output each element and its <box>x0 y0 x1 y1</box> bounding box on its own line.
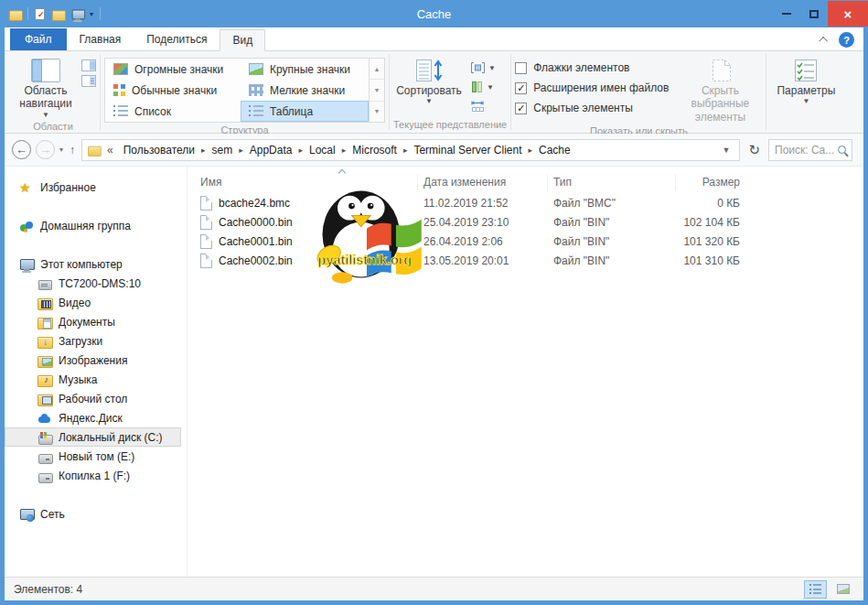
breadcrumb-segment[interactable]: Microsoft <box>346 144 403 157</box>
md-view-icon <box>113 84 125 96</box>
ribbon-checkbox[interactable]: ✓Скрытые элементы <box>515 98 669 118</box>
sidebar-item[interactable]: Локальный диск (C:) <box>5 427 181 447</box>
size-columns-button[interactable] <box>470 98 496 114</box>
qat-customize-chevron-icon[interactable]: ▾ <box>90 10 93 18</box>
recent-locations-chevron-icon[interactable]: ▾ <box>59 146 63 154</box>
file-row[interactable]: Cache0002.bin13.05.2019 20:01Файл "BIN"1… <box>188 251 863 270</box>
breadcrumb-segment[interactable]: Cache <box>532 144 577 157</box>
file-size: 101 320 КБ <box>676 235 744 248</box>
xl-view-icon <box>113 63 128 75</box>
more-options-icon[interactable]: ▼ <box>370 102 384 122</box>
options-button[interactable]: Параметры ▼ <box>770 54 841 106</box>
sidebar-item[interactable]: Видео <box>5 293 181 312</box>
file-size: 101 310 КБ <box>676 254 744 267</box>
address-dropdown-chevron-icon[interactable]: ▼ <box>718 146 735 155</box>
qat-separator <box>27 7 28 20</box>
checkbox-checked-icon: ✓ <box>515 103 527 114</box>
sidebar-item-label: Музыка <box>59 373 97 386</box>
tab-share[interactable]: Поделиться <box>134 28 220 50</box>
breadcrumb-bar[interactable]: « Пользователи▸sem▸AppData▸Local▸Microso… <box>81 139 740 161</box>
breadcrumb-segment[interactable]: Terminal Server Client <box>407 144 528 157</box>
add-columns-button[interactable]: ▼ <box>470 79 496 95</box>
sidebar-item[interactable]: Домашняя группа <box>5 216 181 235</box>
disk-c-icon <box>38 430 52 445</box>
sidebar-item-label: TC7200-DMS:10 <box>59 277 141 290</box>
maximize-button[interactable] <box>800 1 828 27</box>
collapse-ribbon-icon[interactable] <box>819 37 828 46</box>
breadcrumb-segment[interactable]: Пользователи <box>117 144 201 157</box>
sidebar-item[interactable]: Яндекс.Диск <box>5 408 181 427</box>
tab-view[interactable]: Вид <box>220 29 265 51</box>
file-type: Файл "BMC" <box>548 197 676 210</box>
list-view-icon <box>113 105 128 117</box>
sidebar-item[interactable]: Этот компьютер <box>5 254 181 274</box>
ribbon-checkbox[interactable]: ✓Расширения имен файлов <box>515 78 669 98</box>
column-header-name[interactable]: Имя <box>198 174 418 190</box>
search-input[interactable] <box>775 144 834 157</box>
view-option-list[interactable]: Список <box>105 101 241 122</box>
group-options: Параметры ▼ <box>766 51 845 133</box>
close-button[interactable]: × <box>828 1 868 27</box>
details-pane-icon[interactable] <box>81 75 96 87</box>
sidebar-item[interactable]: Копилка 1 (F:) <box>5 466 181 485</box>
sidebar-item[interactable]: Музыка <box>5 370 181 389</box>
star-icon <box>19 180 34 195</box>
group-label <box>770 117 841 133</box>
sidebar-item[interactable]: Сеть <box>5 504 181 524</box>
window-controls: × <box>773 1 868 27</box>
sidebar-item-label: Сеть <box>40 508 65 521</box>
sidebar-item[interactable]: Изображения <box>5 351 181 370</box>
view-option-lg[interactable]: Крупные значки <box>241 59 369 80</box>
sidebar-item[interactable]: Документы <box>5 312 181 331</box>
tab-home[interactable]: Главная <box>67 28 134 50</box>
sidebar-item[interactable]: TC7200-DMS:10 <box>5 274 181 293</box>
help-icon[interactable]: ? <box>839 32 854 48</box>
sidebar-item[interactable]: Рабочий стол <box>5 389 181 408</box>
minimize-button[interactable] <box>773 1 800 27</box>
scroll-down-icon[interactable]: ▼ <box>370 80 384 101</box>
group-by-button[interactable]: ▼ <box>470 59 496 76</box>
view-option-xl[interactable]: Огромные значки <box>105 59 241 80</box>
scroll-up-icon[interactable]: ▲ <box>370 59 384 80</box>
sidebar-item-label: Документы <box>59 316 115 329</box>
sidebar-item[interactable]: Избранное <box>5 178 181 197</box>
maximize-icon <box>809 10 819 18</box>
breadcrumb-segment[interactable]: Local <box>303 144 342 157</box>
ribbon-checkbox[interactable]: Флажки элементов <box>515 58 669 78</box>
search-box[interactable] <box>768 139 852 161</box>
sidebar-item[interactable]: Загрузки <box>5 331 181 351</box>
breadcrumb-segment[interactable]: AppData <box>243 144 299 157</box>
computer-icon[interactable] <box>71 8 83 20</box>
details-view-button[interactable] <box>804 580 827 599</box>
column-header-type[interactable]: Тип <box>548 174 676 190</box>
tab-file[interactable]: Файл <box>10 28 67 50</box>
breadcrumb-segment[interactable]: sem <box>206 144 240 157</box>
new-folder-icon[interactable] <box>52 8 64 20</box>
file-row[interactable]: Cache0001.bin26.04.2019 2:06Файл "BIN"10… <box>188 232 863 251</box>
forward-button[interactable]: → <box>36 140 55 159</box>
sidebar-item[interactable]: Новый том (E:) <box>5 447 181 466</box>
sidebar-item-label: Этот компьютер <box>40 258 123 271</box>
hide-selected-label: Скрыть выбранные элементы <box>678 84 762 124</box>
hide-selected-button[interactable]: Скрыть выбранные элементы <box>678 54 762 124</box>
column-header-date[interactable]: Дата изменения <box>418 174 548 190</box>
properties-icon[interactable] <box>35 8 45 20</box>
back-button[interactable]: ← <box>12 140 31 159</box>
navigation-pane-button[interactable]: Область навигации ▼ <box>10 54 81 119</box>
view-option-md[interactable]: Обычные значки <box>105 80 241 101</box>
checkbox-checked-icon: ✓ <box>515 82 527 94</box>
refresh-icon[interactable]: ↻ <box>745 142 764 158</box>
column-header-size[interactable]: Размер <box>676 174 744 190</box>
file-icon <box>200 215 212 230</box>
navigation-pane-icon <box>30 57 61 84</box>
thumbnail-view-button[interactable] <box>831 580 854 599</box>
view-option-table[interactable]: Таблица <box>241 101 369 122</box>
file-row[interactable]: bcache24.bmc11.02.2019 21:52Файл "BMC"0 … <box>188 193 863 212</box>
search-icon[interactable] <box>838 146 846 154</box>
view-option-sm[interactable]: Мелкие значки <box>241 80 369 101</box>
up-button[interactable]: ↑ <box>68 144 77 157</box>
file-row[interactable]: Cache0000.bin25.04.2019 23:10Файл "BIN"1… <box>188 212 863 232</box>
sort-button[interactable]: Сортировать ▼ <box>393 54 465 106</box>
breadcrumb-overflow[interactable]: « <box>102 144 117 157</box>
preview-pane-icon[interactable] <box>81 59 96 71</box>
